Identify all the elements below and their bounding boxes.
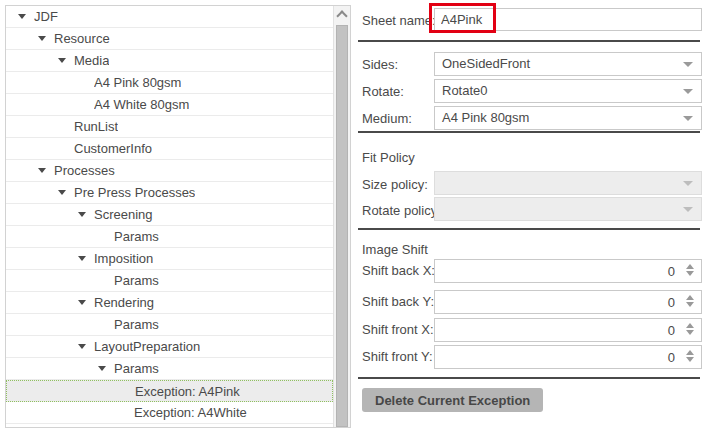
tree-item[interactable]: Media <box>6 50 333 72</box>
medium-select-value: A4 Pink 80gsm <box>442 110 529 125</box>
tree-item[interactable]: Exception: A4White <box>6 402 333 424</box>
tree-item[interactable]: Params <box>6 226 333 248</box>
spinner-down-icon[interactable] <box>686 330 694 335</box>
tree-item[interactable]: A4 White 80gsm <box>6 94 333 116</box>
tree-item-label: A4 White 80gsm <box>94 94 189 115</box>
tree-item-label: Resource <box>54 28 110 49</box>
tree-item-label: Media <box>74 50 109 71</box>
sheet-name-label: Sheet name: <box>362 13 436 28</box>
tree-item-label: Processes <box>54 160 115 181</box>
chevron-down-icon <box>683 116 693 121</box>
rotate-select[interactable]: Rotate0 <box>434 79 702 103</box>
chevron-down-icon <box>683 89 693 94</box>
sides-select-value: OneSidedFront <box>442 56 530 71</box>
tree-item[interactable]: Pre Press Processes <box>6 182 333 204</box>
expand-triangle-icon[interactable] <box>78 212 94 217</box>
shift-field-row: Shift back X: <box>0 259 708 283</box>
shift-back-y-label: Shift back Y: <box>362 294 434 309</box>
tree-item-label: Params <box>114 226 159 247</box>
spinner-up-icon[interactable] <box>686 350 694 355</box>
scroll-up-button[interactable] <box>334 6 350 23</box>
divider <box>358 131 700 133</box>
spinner-up-icon[interactable] <box>686 295 694 300</box>
tree-item[interactable]: Resource <box>6 28 333 50</box>
tree-item-label: RunList <box>74 116 118 137</box>
rotate-select-value: Rotate0 <box>442 83 488 98</box>
shift-front-x-label: Shift front X: <box>362 322 434 337</box>
tree-item[interactable]: Exception: A4Pink <box>6 380 333 402</box>
shift-front-y-input[interactable] <box>435 346 701 368</box>
divider <box>358 377 700 379</box>
scroll-up-icon <box>336 10 347 21</box>
divider <box>358 228 700 230</box>
spinner-down-icon[interactable] <box>686 357 694 362</box>
spinner-down-icon[interactable] <box>686 302 694 307</box>
rotate-label: Rotate: <box>362 84 404 99</box>
shift-back-x-input[interactable] <box>435 260 701 282</box>
size-policy-label: Size policy: <box>362 177 428 192</box>
spinner-up-icon[interactable] <box>686 323 694 328</box>
shift-field-row: Shift front X: <box>0 318 708 342</box>
spinner-icon[interactable] <box>686 350 694 362</box>
tree-item-label: JDF <box>34 6 58 27</box>
fit-policy-heading: Fit Policy <box>362 150 415 165</box>
delete-current-exception-button[interactable]: Delete Current Exception <box>362 388 543 412</box>
tree-item[interactable]: A4 Pink 80gsm <box>6 72 333 94</box>
shift-field-row: Shift front Y: <box>0 345 708 369</box>
expand-triangle-icon[interactable] <box>58 190 74 195</box>
spinner-icon[interactable] <box>686 264 694 276</box>
tree-item[interactable]: CustomerInfo <box>6 138 333 160</box>
sides-select[interactable]: OneSidedFront <box>434 52 702 76</box>
tree-item-label: Exception: A4White <box>134 402 247 423</box>
spinner-down-icon[interactable] <box>686 271 694 276</box>
shift-front-y-label: Shift front Y: <box>362 349 433 364</box>
shift-front-x-input[interactable] <box>435 319 701 341</box>
rotate-policy-label: Rotate policy: <box>362 203 441 218</box>
medium-select[interactable]: A4 Pink 80gsm <box>434 106 702 130</box>
expand-triangle-icon[interactable] <box>38 36 54 41</box>
tree-item[interactable]: Processes <box>6 160 333 182</box>
rotate-policy-select <box>434 197 702 221</box>
chevron-down-icon <box>683 181 693 186</box>
divider <box>358 40 700 42</box>
tree-item-label: Exception: A4Pink <box>135 381 240 402</box>
shift-back-x-label: Shift back X: <box>362 263 435 278</box>
tree-item-label: A4 Pink 80gsm <box>94 72 181 93</box>
expand-triangle-icon[interactable] <box>58 58 74 63</box>
spinner-icon[interactable] <box>686 295 694 307</box>
expand-triangle-icon[interactable] <box>38 168 54 173</box>
spinner-up-icon[interactable] <box>686 264 694 269</box>
sides-label: Sides: <box>362 57 398 72</box>
expand-triangle-icon[interactable] <box>18 14 34 19</box>
chevron-down-icon <box>683 207 693 212</box>
sheet-name-input[interactable] <box>434 8 702 31</box>
shift-field-row: Shift back Y: <box>0 290 708 314</box>
tree-item[interactable]: RunList <box>6 116 333 138</box>
shift-back-y-input[interactable] <box>435 291 701 313</box>
tree-item[interactable]: JDF <box>6 6 333 28</box>
image-shift-heading: Image Shift <box>362 242 428 257</box>
size-policy-select <box>434 171 702 195</box>
chevron-down-icon <box>683 62 693 67</box>
tree-item-label: CustomerInfo <box>74 138 152 159</box>
tree-item[interactable]: Screening <box>6 204 333 226</box>
tree-item-label: Pre Press Processes <box>74 182 195 203</box>
medium-label: Medium: <box>362 111 412 126</box>
tree-item-label: Screening <box>94 204 153 225</box>
spinner-icon[interactable] <box>686 323 694 335</box>
